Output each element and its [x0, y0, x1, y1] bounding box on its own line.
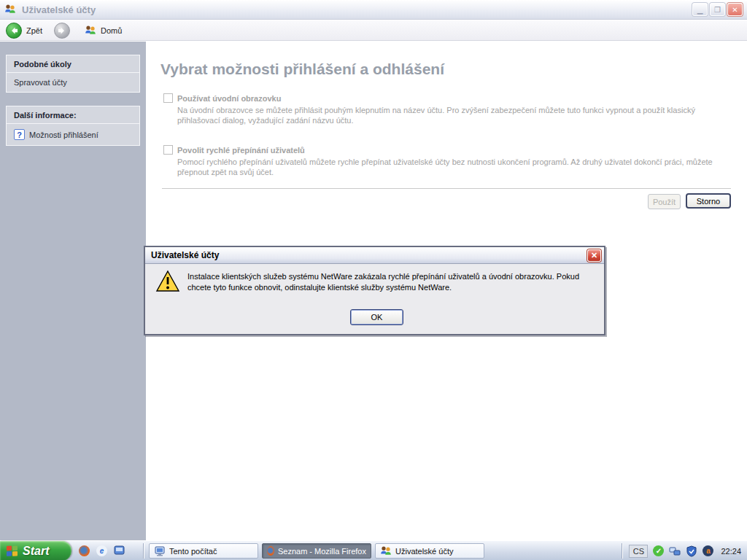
taskbar-item-firefox[interactable]: Seznam - Mozilla Firefox [262, 543, 371, 559]
user-accounts-icon [4, 4, 16, 15]
show-desktop-icon[interactable] [114, 545, 125, 556]
clock[interactable]: 22:24 [721, 547, 741, 556]
start-button[interactable]: Start [0, 541, 71, 560]
tray-separator [622, 543, 622, 559]
apply-button: Použít [648, 194, 681, 209]
related-tasks-box: Podobné úkoly Spravovat účty [6, 55, 140, 93]
sidebar: Podobné úkoly Spravovat účty Další infor… [0, 42, 146, 540]
antivirus-icon[interactable]: a [703, 545, 713, 556]
window-title: Uživatelské účty [22, 4, 692, 15]
help-icon: ? [14, 129, 25, 140]
back-label[interactable]: Zpět [26, 26, 42, 35]
fast-switching-label: Povolit rychlé přepínání uživatelů [177, 146, 305, 155]
home-users-icon [85, 25, 96, 36]
related-tasks-header: Podobné úkoly [7, 55, 139, 73]
restore-button[interactable]: ❐ [710, 3, 725, 16]
cancel-button[interactable]: Storno [686, 193, 731, 209]
warning-icon [155, 270, 180, 293]
sidebar-item-manage-accounts[interactable]: Spravovat účty [7, 73, 139, 92]
taskbar-item-user-accounts[interactable]: Uživatelské účty [375, 543, 484, 559]
user-accounts-icon [380, 545, 392, 557]
back-button[interactable] [6, 23, 22, 39]
status-check-icon[interactable]: ✓ [653, 545, 664, 556]
security-shield-icon[interactable] [686, 545, 697, 557]
forward-button[interactable] [54, 23, 70, 39]
more-info-box: Další informace: ? Možnosti přihlášení [6, 106, 140, 146]
close-button[interactable]: ✕ [727, 3, 743, 16]
dialog-close-icon[interactable]: ✕ [587, 249, 601, 262]
windows-logo-icon [6, 545, 18, 557]
navigation-toolbar: Zpět Domů [0, 20, 747, 41]
taskbar-item-my-computer[interactable]: Tento počítač [149, 543, 258, 559]
netware-warning-dialog: Uživatelské účty ✕ Instalace klientských… [144, 246, 605, 335]
system-tray: CS ✓ a 22:24 [622, 541, 747, 560]
dialog-body: Instalace klientských služeb systému Net… [145, 264, 604, 334]
taskbar: Start e Tento počítač Seznam - Mozilla F… [0, 540, 747, 560]
minimize-button[interactable]: ▁ [692, 3, 708, 16]
dialog-titlebar: Uživatelské účty ✕ [145, 247, 604, 264]
more-info-header: Další informace: [7, 106, 139, 124]
firefox-icon[interactable] [79, 545, 90, 556]
divider [162, 188, 731, 189]
sidebar-item-logon-options[interactable]: ? Možnosti přihlášení [7, 124, 139, 145]
network-icon[interactable] [669, 545, 681, 557]
dialog-title: Uživatelské účty [151, 250, 587, 260]
start-label: Start [23, 545, 49, 558]
internet-explorer-icon[interactable]: e [96, 545, 107, 556]
welcome-screen-label: Používat úvodní obrazovku [177, 94, 281, 103]
forward-arrow-icon [58, 26, 66, 35]
fast-switching-checkbox [163, 145, 173, 155]
window-titlebar: Uživatelské účty ▁ ❐ ✕ [0, 0, 747, 20]
page-title: Vybrat možnosti přihlášení a odhlášení [160, 61, 444, 78]
quick-launch: e [79, 545, 125, 556]
fast-switching-description: Pomocí rychlého přepínání uživatelů může… [177, 157, 733, 177]
firefox-icon [267, 546, 274, 556]
home-label[interactable]: Domů [101, 26, 122, 35]
computer-icon [154, 545, 166, 557]
back-arrow-icon [9, 26, 18, 35]
language-indicator[interactable]: CS [629, 545, 648, 558]
welcome-screen-checkbox [163, 93, 173, 103]
taskbar-separator [143, 543, 144, 559]
dialog-message: Instalace klientských služeb systému Net… [187, 271, 600, 293]
welcome-screen-description: Na úvodní obrazovce se můžete přihlásit … [177, 105, 733, 125]
ok-button[interactable]: OK [350, 309, 403, 325]
